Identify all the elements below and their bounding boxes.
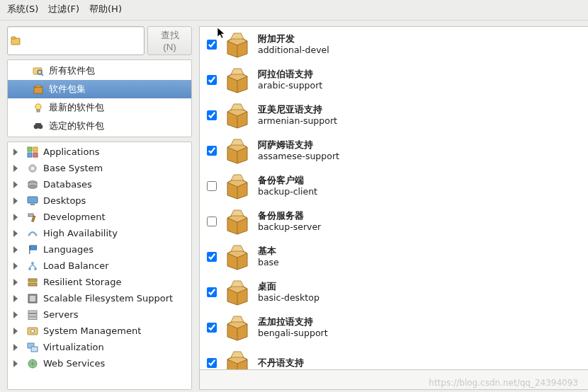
tree-label: High Availability: [43, 228, 118, 238]
package-box-icon: [224, 350, 251, 370]
filter-item-1[interactable]: 软件包集: [8, 80, 191, 98]
expander-icon[interactable]: [13, 311, 18, 318]
package-sub: additional-devel: [258, 45, 329, 56]
tree-item-system-management[interactable]: System Management: [8, 323, 191, 339]
package-row-backup-server[interactable]: 备份服务器backup-server: [200, 204, 588, 239]
search-input[interactable]: [22, 35, 141, 46]
hammer-icon: [26, 211, 39, 224]
tree-item-scalable-filesystem-support[interactable]: Scalable Filesystem Support: [8, 290, 191, 306]
package-checkbox[interactable]: [207, 358, 217, 368]
servers-icon: [26, 309, 39, 321]
package-row-additional-devel[interactable]: 附加开发additional-devel: [200, 27, 588, 62]
tree-item-desktops[interactable]: Desktops: [8, 192, 191, 209]
package-checkbox[interactable]: [207, 181, 217, 191]
category-tree[interactable]: ApplicationsBase SystemDatabasesDesktops…: [7, 142, 192, 390]
expander-icon[interactable]: [13, 181, 18, 188]
search-input-wrap: [7, 26, 145, 55]
package-row-backup-client[interactable]: 备份客户端backup-client: [200, 168, 588, 204]
package-title: 阿萨姆语支持: [258, 139, 339, 151]
find-button[interactable]: 查找(N): [147, 26, 192, 55]
package-row-[interactable]: 不丹语支持: [200, 345, 588, 370]
apps-icon: [26, 146, 39, 158]
package-checkbox[interactable]: [207, 287, 217, 297]
expander-icon[interactable]: [13, 149, 18, 156]
filter-item-2[interactable]: 最新的软件包: [8, 98, 191, 117]
expander-icon[interactable]: [13, 197, 18, 204]
svg-marker-82: [231, 352, 244, 357]
svg-point-20: [28, 185, 37, 188]
folder-search-icon: [11, 35, 22, 47]
svg-point-25: [28, 234, 30, 236]
package-row-arabic-support[interactable]: 阿拉伯语支持arabic-support: [200, 62, 588, 98]
expander-icon[interactable]: [13, 165, 18, 172]
svg-rect-12: [28, 147, 32, 151]
package-row-bengali-support[interactable]: 孟加拉语支持bengali-support: [200, 310, 588, 345]
package-box-icon: [224, 31, 251, 58]
menu-filter[interactable]: 过滤(F): [48, 3, 79, 16]
flag-icon: [26, 243, 39, 256]
svg-rect-14: [28, 153, 32, 157]
svg-point-26: [35, 234, 38, 236]
menu-help[interactable]: 帮助(H): [89, 3, 122, 16]
tree-item-virtualization[interactable]: Virtualization: [8, 339, 191, 355]
svg-rect-32: [28, 279, 37, 282]
left-pane: 查找(N) 所有软件包软件包集最新的软件包选定的软件包 Applications…: [0, 21, 196, 392]
expander-icon[interactable]: [13, 295, 18, 302]
expander-icon[interactable]: [13, 263, 18, 270]
menu-system[interactable]: 系统(S): [7, 3, 38, 16]
package-checkbox[interactable]: [207, 110, 217, 120]
package-box-icon: [224, 243, 251, 270]
package-row-assamese-support[interactable]: 阿萨姆语支持assamese-support: [200, 133, 588, 168]
package-row-basic-desktop[interactable]: 桌面basic-desktop: [200, 275, 588, 310]
svg-rect-5: [34, 87, 43, 93]
package-title: 亚美尼亚语支持: [258, 104, 337, 115]
tree-item-base-system[interactable]: Base System: [8, 160, 191, 176]
filter-label: 软件包集: [49, 83, 86, 96]
svg-rect-13: [33, 147, 38, 151]
expander-icon[interactable]: [13, 360, 18, 367]
package-checkbox[interactable]: [207, 40, 217, 50]
tree-item-resilient-storage[interactable]: Resilient Storage: [8, 274, 191, 290]
content-area: 查找(N) 所有软件包软件包集最新的软件包选定的软件包 Applications…: [0, 21, 588, 392]
expander-icon[interactable]: [13, 214, 18, 221]
tree-item-servers[interactable]: Servers: [8, 306, 191, 323]
package-checkbox[interactable]: [207, 146, 217, 156]
package-texts: 亚美尼亚语支持armenian-support: [258, 104, 337, 127]
expander-icon[interactable]: [13, 246, 18, 253]
expander-icon[interactable]: [13, 230, 18, 237]
package-row-base[interactable]: 基本base: [200, 239, 588, 275]
tree-item-applications[interactable]: Applications: [8, 144, 191, 160]
tree-label: Databases: [43, 179, 92, 190]
cursor-icon: [217, 27, 227, 40]
package-checkbox[interactable]: [207, 323, 217, 333]
expander-icon[interactable]: [13, 279, 18, 286]
tree-item-languages[interactable]: Languages: [8, 241, 191, 258]
svg-marker-6: [34, 85, 43, 87]
package-box-icon: [224, 173, 251, 200]
svg-point-40: [31, 329, 35, 333]
package-texts: 孟加拉语支持bengali-support: [258, 316, 328, 339]
package-row-armenian-support[interactable]: 亚美尼亚语支持armenian-support: [200, 98, 588, 133]
package-texts: 不丹语支持: [258, 357, 304, 369]
tree-item-databases[interactable]: Databases: [8, 176, 191, 192]
package-checkbox[interactable]: [207, 252, 217, 262]
tree-item-web-services[interactable]: Web Services: [8, 355, 191, 371]
gear-icon: [26, 162, 39, 175]
tree-label: Scalable Filesystem Support: [43, 293, 173, 304]
package-checkbox[interactable]: [207, 75, 217, 85]
package-sub: backup-client: [258, 186, 317, 197]
rs-icon: [26, 276, 39, 289]
package-list[interactable]: 附加开发additional-devel阿拉伯语支持arabic-support…: [199, 26, 588, 370]
expander-icon[interactable]: [13, 328, 18, 335]
tree-item-load-balancer[interactable]: Load Balancer: [8, 258, 191, 274]
package-texts: 桌面basic-desktop: [258, 281, 320, 304]
filter-item-0[interactable]: 所有软件包: [8, 62, 191, 80]
svg-marker-54: [231, 104, 244, 110]
expander-icon[interactable]: [13, 344, 18, 351]
package-box-icon: [224, 67, 251, 93]
tree-item-development[interactable]: Development: [8, 209, 191, 225]
tree-item-high-availability[interactable]: High Availability: [8, 225, 191, 241]
svg-rect-35: [30, 296, 35, 301]
package-checkbox[interactable]: [207, 217, 217, 226]
filter-item-3[interactable]: 选定的软件包: [8, 117, 191, 135]
